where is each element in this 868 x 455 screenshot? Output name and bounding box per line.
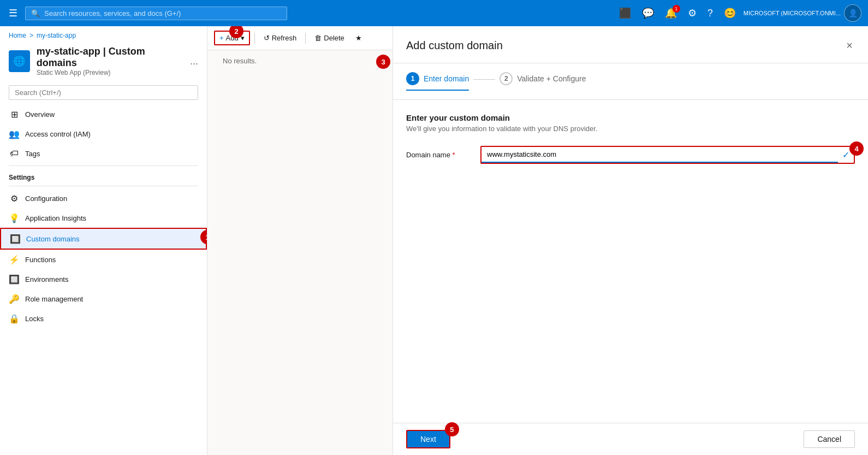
sidebar-item-role-management[interactable]: 🔑 Role management xyxy=(0,289,207,309)
global-search-input[interactable] xyxy=(44,9,281,17)
user-account-info[interactable]: MICROSOFT (MICROSOFT.ONMI... 👤 xyxy=(744,4,861,22)
no-results-text: No results. xyxy=(214,48,265,74)
domain-name-input[interactable] xyxy=(481,147,838,163)
star-icon: ★ xyxy=(355,34,362,42)
locks-icon: 🔒 xyxy=(9,313,20,324)
sidebar-item-environments[interactable]: 🔲 Environments xyxy=(0,269,207,289)
global-search-bar[interactable]: 🔍 xyxy=(25,7,287,20)
add-btn-wrapper: + Add ▾ 2 xyxy=(214,31,250,45)
step-2-circle: 2 xyxy=(500,72,513,85)
nav-divider-2 xyxy=(9,186,198,186)
add-icon: + xyxy=(219,34,224,42)
sidebar-item-label: Role management xyxy=(25,295,198,303)
breadcrumb-current[interactable]: my-static-app xyxy=(37,32,76,39)
custom-domains-nav-wrapper: 🔲 Custom domains 1 xyxy=(0,228,207,250)
next-btn-wrapper: Next 5 xyxy=(406,430,450,448)
functions-icon: ⚡ xyxy=(9,254,20,265)
help-icon-button[interactable]: ? xyxy=(704,5,716,21)
panel-footer: Next 5 Cancel xyxy=(393,423,868,455)
sidebar-item-application-insights[interactable]: 💡 Application Insights xyxy=(0,208,207,228)
application-insights-icon: 💡 xyxy=(9,212,20,223)
sidebar-item-label: Custom domains xyxy=(26,235,197,243)
sidebar-item-access-control[interactable]: 👥 Access control (IAM) xyxy=(0,124,207,144)
annotation-badge-5: 5 xyxy=(445,422,459,436)
domain-input-wrapper: ✓ xyxy=(480,146,855,164)
step-1-label: Enter domain xyxy=(424,74,469,83)
breadcrumb-home[interactable]: Home xyxy=(9,32,26,39)
environments-icon: 🔲 xyxy=(9,274,20,285)
step-1-enter-domain[interactable]: 1 Enter domain xyxy=(406,72,469,91)
resource-name: my-static-app | Custom domains xyxy=(37,46,183,69)
sidebar-item-label: Configuration xyxy=(25,194,198,203)
sidebar-search-container xyxy=(0,81,207,104)
sidebar-item-label: Tags xyxy=(25,150,198,158)
breadcrumb-separator: > xyxy=(29,32,33,39)
no-results-area: No results. 3 xyxy=(207,50,393,72)
next-button[interactable]: Next xyxy=(406,430,450,448)
close-button[interactable]: × xyxy=(844,37,855,54)
tags-icon: 🏷 xyxy=(9,148,20,159)
refresh-icon: ↺ xyxy=(264,34,270,42)
static-app-icon: 🌐 xyxy=(13,55,25,67)
notification-badge: 1 xyxy=(673,5,680,13)
access-control-icon: 👥 xyxy=(9,128,20,139)
step-2-validate-configure[interactable]: 2 Validate + Configure xyxy=(500,72,586,91)
cancel-button[interactable]: Cancel xyxy=(804,430,855,448)
resource-title: my-static-app | Custom domains Static We… xyxy=(37,46,183,76)
settings-icon-button[interactable]: ⚙ xyxy=(685,5,700,21)
hamburger-menu-button[interactable]: ☰ xyxy=(7,5,20,21)
avatar[interactable]: 👤 xyxy=(844,4,861,22)
left-panel: Home > my-static-app 🌐 my-static-app | C… xyxy=(0,26,207,455)
top-navigation: ☰ 🔍 ⬛ 💬 🔔 1 ⚙ ? 😊 MICROSOFT (MICROSOFT.O… xyxy=(0,0,868,26)
sidebar-item-tags[interactable]: 🏷 Tags xyxy=(0,144,207,163)
panel-header: Add custom domain × xyxy=(393,26,868,63)
refresh-button[interactable]: ↺ ↺ Refresh Refresh xyxy=(259,32,301,44)
resource-icon: 🌐 xyxy=(9,50,30,72)
step-1-circle: 1 xyxy=(406,72,419,85)
toolbar: + Add ▾ 2 ↺ ↺ Refresh Refresh 🗑 Delete ★ xyxy=(207,26,393,50)
annotation-badge-3: 3 xyxy=(376,55,390,69)
nav-icons-group: ⬛ 💬 🔔 1 ⚙ ? 😊 MICROSOFT (MICROSOFT.ONMI.… xyxy=(616,4,861,22)
configuration-icon: ⚙ xyxy=(9,193,20,204)
form-section-title: Enter your custom domain xyxy=(406,113,855,122)
domain-name-label: Domain name * xyxy=(406,151,472,159)
settings-section-label: Settings xyxy=(0,168,207,184)
sidebar-item-label: Environments xyxy=(25,275,198,283)
resource-header: 🌐 my-static-app | Custom domains Static … xyxy=(0,42,207,81)
sidebar-item-locks[interactable]: 🔒 Locks xyxy=(0,309,207,328)
panel-title: Add custom domain xyxy=(406,39,503,52)
breadcrumb: Home > my-static-app xyxy=(0,26,207,42)
toolbar-divider xyxy=(254,33,255,44)
delete-icon: 🗑 xyxy=(314,34,322,42)
step-2-label: Validate + Configure xyxy=(517,74,586,83)
right-panel: Add custom domain × 1 Enter domain 2 Val… xyxy=(393,26,868,455)
delete-button[interactable]: 🗑 Delete xyxy=(310,32,349,44)
form-section-desc: We'll give you information to validate w… xyxy=(406,125,855,133)
sidebar-item-functions[interactable]: ⚡ Functions xyxy=(0,250,207,269)
sidebar-item-overview[interactable]: ⊞ Overview xyxy=(0,104,207,124)
sidebar-item-configuration[interactable]: ⚙ Configuration xyxy=(0,188,207,208)
sidebar-item-label: Functions xyxy=(25,256,198,264)
sidebar-item-label: Application Insights xyxy=(25,214,198,222)
terminal-icon-button[interactable]: ⬛ xyxy=(616,5,634,21)
stepper: 1 Enter domain 2 Validate + Configure xyxy=(393,63,868,100)
search-icon: 🔍 xyxy=(31,9,40,17)
sidebar-search-input[interactable] xyxy=(9,85,198,100)
star-button[interactable]: ★ xyxy=(351,32,366,44)
feedback-icon-button[interactable]: 💬 xyxy=(639,5,657,21)
sidebar-item-label: Locks xyxy=(25,315,198,323)
custom-domains-icon: 🔲 xyxy=(10,233,21,244)
toolbar-divider-2 xyxy=(305,33,306,44)
resource-subtitle: Static Web App (Preview) xyxy=(37,69,183,76)
sidebar-item-custom-domains[interactable]: 🔲 Custom domains xyxy=(0,228,207,250)
more-options-icon[interactable]: ... xyxy=(190,56,198,67)
domain-name-form-row: Domain name * ✓ 4 xyxy=(406,146,855,164)
form-content: Enter your custom domain We'll give you … xyxy=(393,100,868,423)
required-marker: * xyxy=(453,151,455,159)
notifications-icon-button[interactable]: 🔔 1 xyxy=(662,5,680,21)
feedback2-icon-button[interactable]: 😊 xyxy=(721,5,739,21)
step-separator xyxy=(473,79,495,80)
nav-divider xyxy=(9,166,198,166)
middle-panel: + Add ▾ 2 ↺ ↺ Refresh Refresh 🗑 Delete ★ xyxy=(207,26,393,455)
overview-icon: ⊞ xyxy=(9,109,20,120)
